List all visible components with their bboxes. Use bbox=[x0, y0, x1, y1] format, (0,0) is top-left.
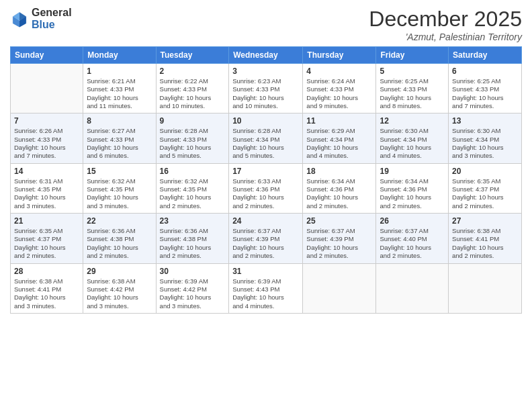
day-info: Sunrise: 6:36 AM Sunset: 4:38 PM Dayligh… bbox=[87, 227, 152, 260]
day-info: Sunrise: 6:25 AM Sunset: 4:33 PM Dayligh… bbox=[380, 77, 445, 110]
col-wednesday: Wednesday bbox=[229, 47, 303, 64]
day-info: Sunrise: 6:24 AM Sunset: 4:33 PM Dayligh… bbox=[306, 77, 372, 110]
calendar-day-cell: 10Sunrise: 6:28 AM Sunset: 4:34 PM Dayli… bbox=[229, 113, 303, 163]
logo-text: General Blue bbox=[32, 7, 72, 30]
calendar-day-cell: 15Sunrise: 6:32 AM Sunset: 4:35 PM Dayli… bbox=[83, 163, 156, 213]
day-info: Sunrise: 6:33 AM Sunset: 4:36 PM Dayligh… bbox=[232, 177, 299, 210]
day-number: 18 bbox=[306, 167, 372, 176]
calendar-day-cell: 8Sunrise: 6:27 AM Sunset: 4:33 PM Daylig… bbox=[83, 113, 156, 163]
calendar-week-row: 28Sunrise: 6:38 AM Sunset: 4:41 PM Dayli… bbox=[11, 263, 522, 313]
calendar-day-cell: 5Sunrise: 6:25 AM Sunset: 4:33 PM Daylig… bbox=[376, 64, 449, 113]
calendar-day-cell: 22Sunrise: 6:36 AM Sunset: 4:38 PM Dayli… bbox=[83, 214, 156, 263]
day-number: 2 bbox=[160, 66, 226, 76]
calendar-week-row: 1Sunrise: 6:21 AM Sunset: 4:33 PM Daylig… bbox=[11, 64, 522, 113]
calendar-day-cell: 18Sunrise: 6:34 AM Sunset: 4:36 PM Dayli… bbox=[303, 163, 376, 213]
day-number: 11 bbox=[306, 116, 372, 126]
month-title: December 2025 bbox=[369, 7, 522, 32]
day-info: Sunrise: 6:38 AM Sunset: 4:41 PM Dayligh… bbox=[452, 227, 518, 260]
day-number: 22 bbox=[87, 216, 152, 226]
day-number: 23 bbox=[160, 216, 226, 226]
day-number: 8 bbox=[87, 116, 152, 126]
day-info: Sunrise: 6:27 AM Sunset: 4:33 PM Dayligh… bbox=[87, 127, 152, 160]
calendar-day-cell: 12Sunrise: 6:30 AM Sunset: 4:34 PM Dayli… bbox=[376, 113, 449, 163]
day-info: Sunrise: 6:28 AM Sunset: 4:33 PM Dayligh… bbox=[160, 127, 226, 160]
day-info: Sunrise: 6:34 AM Sunset: 4:36 PM Dayligh… bbox=[306, 177, 372, 210]
calendar-day-cell: 16Sunrise: 6:32 AM Sunset: 4:35 PM Dayli… bbox=[156, 163, 229, 213]
day-number: 17 bbox=[232, 167, 299, 176]
day-number: 16 bbox=[160, 167, 226, 176]
calendar-day-cell: 17Sunrise: 6:33 AM Sunset: 4:36 PM Dayli… bbox=[229, 163, 303, 213]
col-saturday: Saturday bbox=[449, 47, 522, 64]
day-info: Sunrise: 6:25 AM Sunset: 4:33 PM Dayligh… bbox=[452, 77, 518, 110]
calendar-table: Sunday Monday Tuesday Wednesday Thursday… bbox=[10, 46, 522, 314]
logo-general-text: General bbox=[32, 7, 72, 19]
calendar-day-cell: 27Sunrise: 6:38 AM Sunset: 4:41 PM Dayli… bbox=[449, 214, 522, 263]
day-info: Sunrise: 6:30 AM Sunset: 4:34 PM Dayligh… bbox=[452, 127, 518, 160]
day-info: Sunrise: 6:38 AM Sunset: 4:42 PM Dayligh… bbox=[87, 277, 152, 310]
col-tuesday: Tuesday bbox=[156, 47, 229, 64]
location: 'Azmut, Palestinian Territory bbox=[369, 32, 522, 42]
day-info: Sunrise: 6:36 AM Sunset: 4:38 PM Dayligh… bbox=[160, 227, 226, 260]
day-info: Sunrise: 6:38 AM Sunset: 4:41 PM Dayligh… bbox=[14, 277, 79, 310]
day-number: 20 bbox=[452, 167, 518, 176]
day-info: Sunrise: 6:23 AM Sunset: 4:33 PM Dayligh… bbox=[232, 77, 299, 110]
col-sunday: Sunday bbox=[11, 47, 83, 64]
calendar-day-cell: 13Sunrise: 6:30 AM Sunset: 4:34 PM Dayli… bbox=[449, 113, 522, 163]
title-area: December 2025 'Azmut, Palestinian Territ… bbox=[369, 7, 522, 42]
day-info: Sunrise: 6:37 AM Sunset: 4:39 PM Dayligh… bbox=[306, 227, 372, 260]
calendar-day-cell: 19Sunrise: 6:34 AM Sunset: 4:36 PM Dayli… bbox=[376, 163, 449, 213]
page: General Blue December 2025 'Azmut, Pales… bbox=[0, 0, 532, 411]
day-number: 28 bbox=[14, 267, 79, 276]
calendar-week-row: 7Sunrise: 6:26 AM Sunset: 4:33 PM Daylig… bbox=[11, 113, 522, 163]
day-number: 25 bbox=[306, 216, 372, 226]
day-info: Sunrise: 6:22 AM Sunset: 4:33 PM Dayligh… bbox=[160, 77, 226, 110]
day-number: 29 bbox=[87, 267, 152, 276]
calendar-day-cell: 31Sunrise: 6:39 AM Sunset: 4:43 PM Dayli… bbox=[229, 263, 303, 313]
calendar-day-cell: 29Sunrise: 6:38 AM Sunset: 4:42 PM Dayli… bbox=[83, 263, 156, 313]
day-number: 6 bbox=[452, 66, 518, 76]
day-number: 26 bbox=[380, 216, 445, 226]
logo-blue-text: Blue bbox=[32, 19, 72, 31]
day-info: Sunrise: 6:32 AM Sunset: 4:35 PM Dayligh… bbox=[160, 177, 226, 210]
day-number: 5 bbox=[380, 66, 445, 76]
day-info: Sunrise: 6:37 AM Sunset: 4:40 PM Dayligh… bbox=[380, 227, 445, 260]
calendar-day-cell: 24Sunrise: 6:37 AM Sunset: 4:39 PM Dayli… bbox=[229, 214, 303, 263]
day-number: 9 bbox=[160, 116, 226, 126]
calendar-day-cell: 1Sunrise: 6:21 AM Sunset: 4:33 PM Daylig… bbox=[83, 64, 156, 113]
calendar-day-cell: 4Sunrise: 6:24 AM Sunset: 4:33 PM Daylig… bbox=[303, 64, 376, 113]
calendar-day-cell: 20Sunrise: 6:35 AM Sunset: 4:37 PM Dayli… bbox=[449, 163, 522, 213]
calendar-day-cell: 21Sunrise: 6:35 AM Sunset: 4:37 PM Dayli… bbox=[11, 214, 83, 263]
calendar-day-cell: 26Sunrise: 6:37 AM Sunset: 4:40 PM Dayli… bbox=[376, 214, 449, 263]
calendar-day-cell bbox=[303, 263, 376, 313]
col-friday: Friday bbox=[376, 47, 449, 64]
day-info: Sunrise: 6:31 AM Sunset: 4:35 PM Dayligh… bbox=[14, 177, 79, 210]
day-info: Sunrise: 6:21 AM Sunset: 4:33 PM Dayligh… bbox=[87, 77, 152, 110]
day-info: Sunrise: 6:34 AM Sunset: 4:36 PM Dayligh… bbox=[380, 177, 445, 210]
day-number: 4 bbox=[306, 66, 372, 76]
calendar-week-row: 14Sunrise: 6:31 AM Sunset: 4:35 PM Dayli… bbox=[11, 163, 522, 213]
day-info: Sunrise: 6:39 AM Sunset: 4:43 PM Dayligh… bbox=[232, 277, 299, 310]
header: General Blue December 2025 'Azmut, Pales… bbox=[10, 7, 522, 42]
calendar-day-cell: 30Sunrise: 6:39 AM Sunset: 4:42 PM Dayli… bbox=[156, 263, 229, 313]
calendar-day-cell bbox=[11, 64, 83, 113]
calendar-day-cell: 7Sunrise: 6:26 AM Sunset: 4:33 PM Daylig… bbox=[11, 113, 83, 163]
calendar-day-cell: 23Sunrise: 6:36 AM Sunset: 4:38 PM Dayli… bbox=[156, 214, 229, 263]
day-number: 1 bbox=[87, 66, 152, 76]
day-number: 14 bbox=[14, 167, 79, 176]
calendar-day-cell: 28Sunrise: 6:38 AM Sunset: 4:41 PM Dayli… bbox=[11, 263, 83, 313]
day-info: Sunrise: 6:39 AM Sunset: 4:42 PM Dayligh… bbox=[160, 277, 226, 310]
day-number: 21 bbox=[14, 216, 79, 226]
day-number: 24 bbox=[232, 216, 299, 226]
col-thursday: Thursday bbox=[303, 47, 376, 64]
logo: General Blue bbox=[10, 7, 72, 30]
calendar-day-cell bbox=[376, 263, 449, 313]
day-number: 30 bbox=[160, 267, 226, 276]
day-info: Sunrise: 6:35 AM Sunset: 4:37 PM Dayligh… bbox=[14, 227, 79, 260]
day-number: 3 bbox=[232, 66, 299, 76]
calendar-day-cell: 2Sunrise: 6:22 AM Sunset: 4:33 PM Daylig… bbox=[156, 64, 229, 113]
col-monday: Monday bbox=[83, 47, 156, 64]
calendar-day-cell: 3Sunrise: 6:23 AM Sunset: 4:33 PM Daylig… bbox=[229, 64, 303, 113]
day-number: 13 bbox=[452, 116, 518, 126]
day-info: Sunrise: 6:28 AM Sunset: 4:34 PM Dayligh… bbox=[232, 127, 299, 160]
calendar-day-cell: 11Sunrise: 6:29 AM Sunset: 4:34 PM Dayli… bbox=[303, 113, 376, 163]
